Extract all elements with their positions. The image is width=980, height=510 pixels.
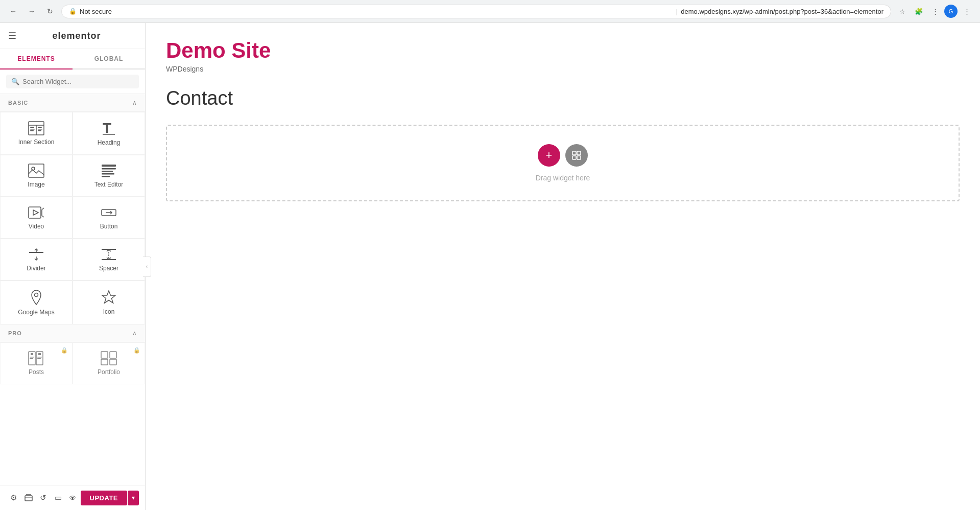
widget-icon-label: Icon [103, 308, 115, 315]
svg-rect-40 [37, 358, 41, 359]
sidebar-collapse-handle[interactable]: ‹ [143, 257, 151, 277]
svg-rect-6 [38, 127, 42, 128]
svg-rect-45 [25, 496, 32, 501]
svg-rect-3 [30, 127, 34, 128]
widget-posts[interactable]: 🔒 Posts [0, 342, 73, 384]
basic-section-title: BASIC [8, 100, 28, 106]
svg-rect-50 [572, 156, 576, 159]
forward-button[interactable]: → [25, 4, 39, 18]
page-heading: Contact [166, 87, 960, 109]
widget-divider[interactable]: Divider [0, 239, 73, 281]
drop-zone-actions: + [538, 144, 588, 167]
widget-google-maps-label: Google Maps [18, 309, 54, 316]
spacer-icon [101, 247, 117, 262]
profile-avatar[interactable]: G [944, 5, 958, 18]
sidebar-header: ☰ elementor ⁪ [0, 23, 145, 49]
refresh-button[interactable]: ↻ [43, 4, 57, 18]
browser-chrome: ← → ↻ 🔒 Not secure | demo.wpdesigns.xyz/… [0, 0, 980, 23]
svg-rect-34 [31, 353, 33, 355]
user-menu-button[interactable]: ⋮ [928, 4, 942, 18]
widget-google-maps[interactable]: Google Maps [0, 281, 73, 324]
drop-zone-label: Drag widget here [536, 174, 590, 182]
widget-text-editor-label: Text Editor [94, 181, 124, 188]
responsive-button[interactable]: ▭ [51, 490, 65, 506]
extensions-button[interactable]: 🧩 [912, 4, 926, 18]
basic-section-toggle[interactable]: ∧ [132, 99, 137, 106]
svg-rect-51 [577, 156, 581, 159]
svg-text:T: T [103, 121, 111, 136]
pro-section-header: PRO ∧ [0, 324, 145, 342]
heading-icon: T [102, 121, 116, 136]
canvas-area: Demo Site WPDesigns Contact + [146, 23, 980, 510]
address-bar[interactable]: 🔒 Not secure | demo.wpdesigns.xyz/wp-adm… [61, 5, 891, 18]
svg-point-31 [35, 293, 38, 297]
app-layout: ☰ elementor ⁪ ELEMENTS GLOBAL 🔍 BASIC ∧ [0, 23, 980, 510]
search-icon: 🔍 [11, 78, 19, 85]
browser-toolbar: ← → ↻ 🔒 Not secure | demo.wpdesigns.xyz/… [0, 0, 980, 22]
basic-widget-grid: Inner Section T Heading [0, 112, 145, 324]
portfolio-lock-icon: 🔒 [133, 347, 140, 354]
widget-heading-label: Heading [98, 139, 121, 146]
widget-image[interactable]: Image [0, 155, 73, 197]
inner-section-icon [28, 121, 44, 135]
security-icon: 🔒 [69, 8, 77, 15]
tab-global[interactable]: GLOBAL [73, 49, 145, 69]
pro-section-toggle[interactable]: ∧ [132, 330, 137, 337]
svg-line-20 [42, 208, 44, 210]
site-title: Demo Site [166, 38, 960, 63]
widget-heading[interactable]: T Heading [73, 112, 145, 155]
widget-search: 🔍 [0, 69, 145, 94]
text-editor-icon [101, 164, 117, 178]
widget-text-editor[interactable]: Text Editor [73, 155, 145, 197]
widget-spacer[interactable]: Spacer [73, 239, 145, 281]
bookmark-button[interactable]: ☆ [895, 4, 910, 18]
svg-rect-13 [102, 165, 116, 167]
sidebar-content: BASIC ∧ [0, 94, 145, 485]
widget-video[interactable]: Video [0, 197, 73, 239]
sidebar-tabs: ELEMENTS GLOBAL [0, 49, 145, 69]
svg-rect-8 [38, 130, 41, 131]
svg-rect-14 [102, 168, 116, 170]
history-button[interactable]: ↺ [36, 490, 51, 506]
widget-posts-label: Posts [29, 368, 44, 376]
update-button[interactable]: UPDATE [81, 491, 127, 505]
tab-elements[interactable]: ELEMENTS [0, 49, 73, 69]
drop-zone[interactable]: + Drag widget here [166, 125, 960, 201]
svg-rect-16 [102, 173, 114, 175]
add-widget-button[interactable]: + [538, 144, 560, 167]
widget-spacer-label: Spacer [99, 265, 118, 272]
widget-icon[interactable]: Icon [73, 281, 145, 324]
svg-rect-11 [29, 164, 44, 177]
add-template-button[interactable] [565, 144, 588, 167]
portfolio-icon [101, 351, 117, 365]
divider-icon [28, 247, 44, 262]
back-button[interactable]: ← [6, 4, 20, 18]
widget-button[interactable]: Button [73, 197, 145, 239]
widget-portfolio[interactable]: 🔒 Portfolio [73, 342, 145, 384]
settings-button[interactable]: ⚙ [6, 490, 21, 506]
sidebar: ☰ elementor ⁪ ELEMENTS GLOBAL 🔍 BASIC ∧ [0, 23, 146, 510]
update-btn-group: UPDATE ▾ [81, 491, 139, 505]
svg-marker-32 [102, 291, 115, 303]
pro-widget-grid: 🔒 Posts [0, 342, 145, 384]
pro-section-title: PRO [8, 330, 22, 336]
svg-rect-38 [38, 353, 41, 355]
widget-video-label: Video [29, 223, 44, 230]
svg-rect-39 [37, 357, 42, 358]
svg-marker-19 [33, 210, 38, 215]
preview-button[interactable]: 👁 [65, 490, 80, 506]
elementor-logo: elementor [52, 31, 101, 41]
browser-actions: ☆ 🧩 ⋮ G ⋮ [895, 4, 974, 18]
icon-widget-icon [101, 290, 116, 305]
posts-lock-icon: 🔒 [61, 347, 68, 354]
hamburger-menu-icon[interactable]: ☰ [8, 30, 16, 41]
update-arrow-button[interactable]: ▾ [128, 491, 139, 505]
search-input[interactable] [22, 78, 134, 85]
layers-button[interactable] [21, 490, 36, 506]
svg-rect-44 [110, 359, 116, 365]
widget-inner-section[interactable]: Inner Section [0, 112, 73, 155]
svg-rect-48 [572, 151, 576, 155]
more-button[interactable]: ⋮ [960, 4, 974, 18]
svg-rect-35 [30, 357, 34, 358]
posts-icon [28, 351, 44, 365]
